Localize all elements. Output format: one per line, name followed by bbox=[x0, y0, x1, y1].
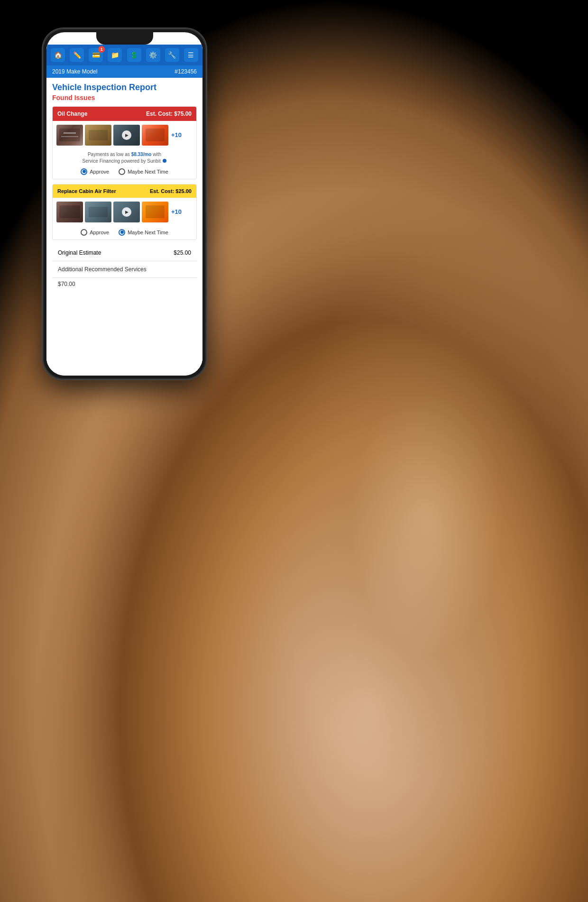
nav-home-icon[interactable]: 🏠 bbox=[51, 48, 65, 62]
notch bbox=[96, 32, 153, 45]
nav-list-icon[interactable]: ☰ bbox=[184, 48, 198, 62]
service1-img2 bbox=[85, 125, 111, 146]
service2-thumb2[interactable] bbox=[85, 202, 111, 222]
partial-amount: $70.00 bbox=[58, 281, 75, 287]
play-button[interactable]: ▶ bbox=[122, 130, 131, 140]
service2-thumb4[interactable] bbox=[142, 202, 168, 222]
service1-maybe-radio[interactable] bbox=[119, 168, 125, 175]
vehicle-year-make-model: 2019 Make Model bbox=[52, 68, 97, 75]
service1-maybe-option[interactable]: Maybe Next Time bbox=[119, 168, 168, 175]
service1-approve-radio[interactable] bbox=[81, 168, 87, 175]
service1-approve-label: Approve bbox=[90, 169, 109, 175]
service2-more-count[interactable]: +10 bbox=[171, 208, 182, 215]
nav-tire-icon[interactable]: 🔧 bbox=[165, 48, 179, 62]
service2-img3: ▶ bbox=[113, 202, 140, 222]
financing-text: Payments as low as $8.33/mo withService … bbox=[53, 149, 196, 166]
service1-thumb1[interactable] bbox=[56, 125, 83, 146]
service1-approve-dot bbox=[83, 170, 86, 173]
service2-thumb3-video[interactable]: ▶ bbox=[113, 202, 140, 222]
service2-thumb1[interactable] bbox=[56, 202, 83, 222]
service2-img1 bbox=[56, 202, 83, 222]
service2-cost: Est. Cost: $25.00 bbox=[150, 188, 192, 194]
partial-amount-row: $70.00 bbox=[52, 278, 197, 290]
service1-radio-group: Approve Maybe Next Time bbox=[53, 166, 196, 179]
service1-img3: ▶ bbox=[113, 125, 140, 146]
additional-services-label: Additional Recommended Services bbox=[58, 266, 147, 273]
service2-approve-option[interactable]: Approve bbox=[81, 229, 109, 236]
nav-card-icon[interactable]: 💳 1 bbox=[89, 48, 103, 62]
service2-approve-radio[interactable] bbox=[81, 229, 87, 236]
original-estimate-label: Original Estimate bbox=[58, 249, 101, 256]
service1-img4 bbox=[142, 125, 168, 146]
notification-badge: 1 bbox=[98, 46, 105, 53]
report-subtitle: Found Issues bbox=[52, 94, 197, 101]
service-card-oil-change: Oil Change Est. Cost: $75.00 bbox=[52, 106, 197, 179]
sunbit-dot bbox=[163, 159, 166, 163]
service-card-cabin-air-filter: Replace Cabin Air Filter Est. Cost: $25.… bbox=[52, 184, 197, 240]
service1-cost: Est. Cost: $75.00 bbox=[146, 110, 192, 117]
play-button-2[interactable]: ▶ bbox=[122, 207, 131, 217]
service2-approve-label: Approve bbox=[90, 230, 109, 235]
service2-images: ▶ +10 bbox=[53, 198, 196, 226]
service-header-yellow: Replace Cabin Air Filter Est. Cost: $25.… bbox=[53, 184, 196, 198]
service1-img1 bbox=[56, 125, 83, 146]
financing-amount: $8.33/mo bbox=[131, 152, 152, 157]
service1-thumb4[interactable] bbox=[142, 125, 168, 146]
service1-images: ▶ +10 bbox=[53, 121, 196, 149]
service1-maybe-label: Maybe Next Time bbox=[128, 169, 168, 175]
service1-approve-option[interactable]: Approve bbox=[81, 168, 109, 175]
additional-services-section: Additional Recommended Services bbox=[52, 261, 197, 278]
service2-radio-group: Approve Maybe Next Time bbox=[53, 226, 196, 239]
service2-maybe-dot bbox=[120, 230, 124, 234]
nav-gear-icon[interactable]: ⚙️ bbox=[146, 48, 160, 62]
nav-bar: 🏠 ✏️ 💳 1 📁 💲 ⚙️ 🔧 ☰ bbox=[46, 45, 202, 65]
service1-thumb2[interactable] bbox=[85, 125, 111, 146]
nav-dollar-icon[interactable]: 💲 bbox=[127, 48, 141, 62]
service2-img2 bbox=[85, 202, 111, 222]
report-title: Vehicle Inspection Report bbox=[52, 83, 197, 93]
screen-content: 🏠 ✏️ 💳 1 📁 💲 ⚙️ 🔧 ☰ 2019 Make Model #123… bbox=[46, 45, 202, 376]
service1-thumb3-video[interactable]: ▶ bbox=[113, 125, 140, 146]
scene: 🏠 ✏️ 💳 1 📁 💲 ⚙️ 🔧 ☰ 2019 Make Model #123… bbox=[0, 0, 588, 902]
vehicle-info-bar: 2019 Make Model #123456 bbox=[46, 65, 202, 78]
financing-prefix: Payments as low as bbox=[88, 152, 130, 157]
vehicle-order-number: #123456 bbox=[175, 68, 197, 75]
nav-edit-icon[interactable]: ✏️ bbox=[70, 48, 84, 62]
service-header-red: Oil Change Est. Cost: $75.00 bbox=[53, 107, 196, 121]
phone-shell: 🏠 ✏️ 💳 1 📁 💲 ⚙️ 🔧 ☰ 2019 Make Model #123… bbox=[43, 28, 206, 379]
original-estimate-row: Original Estimate $25.00 bbox=[52, 245, 197, 261]
service2-img4 bbox=[142, 202, 168, 222]
service2-name: Replace Cabin Air Filter bbox=[57, 188, 116, 194]
phone-screen: 🏠 ✏️ 💳 1 📁 💲 ⚙️ 🔧 ☰ 2019 Make Model #123… bbox=[46, 32, 202, 376]
service2-maybe-label: Maybe Next Time bbox=[128, 230, 168, 235]
service2-maybe-option[interactable]: Maybe Next Time bbox=[119, 229, 168, 236]
nav-folder-icon[interactable]: 📁 bbox=[108, 48, 122, 62]
service2-maybe-radio[interactable] bbox=[119, 229, 125, 236]
main-content: Vehicle Inspection Report Found Issues O… bbox=[46, 78, 202, 374]
service1-name: Oil Change bbox=[57, 110, 87, 117]
original-estimate-value: $25.00 bbox=[174, 249, 191, 256]
service1-more-count[interactable]: +10 bbox=[171, 131, 182, 138]
